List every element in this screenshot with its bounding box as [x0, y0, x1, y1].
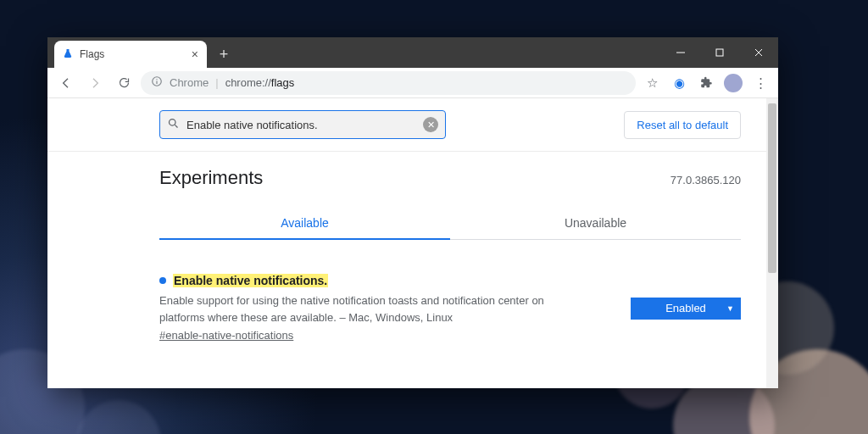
- clear-search-icon[interactable]: ✕: [423, 117, 438, 132]
- menu-icon[interactable]: ⋮: [749, 72, 771, 94]
- tab-available[interactable]: Available: [159, 208, 450, 240]
- page-content: ✕ Reset all to default Experiments 77.0.…: [47, 98, 778, 388]
- sync-icon[interactable]: ◉: [668, 72, 690, 94]
- back-button[interactable]: [54, 71, 78, 95]
- scrollbar[interactable]: [766, 98, 778, 388]
- site-info-icon[interactable]: [151, 75, 163, 90]
- scrollbar-thumb[interactable]: [768, 103, 776, 273]
- reload-button[interactable]: [112, 71, 136, 95]
- tabs-row: Available Unavailable: [159, 208, 741, 240]
- flag-description: Enable support for using the native noti…: [159, 292, 558, 326]
- status-dot-icon: [159, 277, 166, 284]
- close-tab-icon[interactable]: ×: [192, 47, 198, 61]
- minimize-button[interactable]: [661, 37, 700, 68]
- flag-item: Enable native notifications. Enable supp…: [159, 274, 741, 342]
- tab-unavailable[interactable]: Unavailable: [450, 208, 741, 240]
- forward-button[interactable]: [83, 71, 107, 95]
- flag-control: Enabled: [631, 298, 741, 320]
- header-row: Experiments 77.0.3865.120: [47, 152, 766, 192]
- search-box[interactable]: ✕: [159, 110, 446, 139]
- url-divider: |: [215, 76, 218, 89]
- titlebar: Flags × +: [47, 37, 778, 68]
- search-input[interactable]: [186, 119, 416, 131]
- flag-hash-link[interactable]: #enable-native-notifications: [159, 329, 293, 342]
- flag-title-row: Enable native notifications.: [159, 274, 614, 287]
- svg-rect-0: [716, 49, 723, 56]
- address-bar[interactable]: Chrome | chrome://flags: [141, 71, 636, 95]
- browser-window: Flags × + Chro: [47, 37, 778, 388]
- flag-state-select[interactable]: Enabled: [631, 298, 741, 320]
- extensions-icon[interactable]: [695, 72, 717, 94]
- profile-avatar[interactable]: [722, 72, 744, 94]
- reset-all-button[interactable]: Reset all to default: [624, 111, 741, 139]
- new-tab-button[interactable]: +: [212, 42, 236, 66]
- close-window-button[interactable]: [739, 37, 778, 68]
- flag-body: Enable native notifications. Enable supp…: [159, 274, 614, 342]
- browser-tab[interactable]: Flags ×: [54, 41, 207, 68]
- window-controls: [661, 37, 778, 68]
- page-title: Experiments: [159, 167, 263, 189]
- search-row: ✕ Reset all to default: [47, 98, 766, 152]
- url-path: chrome://flags: [225, 76, 295, 89]
- flask-icon: [63, 48, 73, 61]
- flag-state-value: Enabled: [665, 302, 706, 314]
- bookmark-star-icon[interactable]: ☆: [641, 72, 663, 94]
- search-icon: [167, 117, 180, 133]
- url-scheme: Chrome: [170, 76, 209, 89]
- flag-title: Enable native notifications.: [173, 274, 328, 287]
- svg-point-2: [156, 79, 157, 80]
- version-label: 77.0.3865.120: [670, 174, 741, 186]
- toolbar: Chrome | chrome://flags ☆ ◉ ⋮: [47, 68, 778, 98]
- maximize-button[interactable]: [700, 37, 739, 68]
- tab-title: Flags: [80, 48, 104, 60]
- svg-point-3: [170, 119, 176, 125]
